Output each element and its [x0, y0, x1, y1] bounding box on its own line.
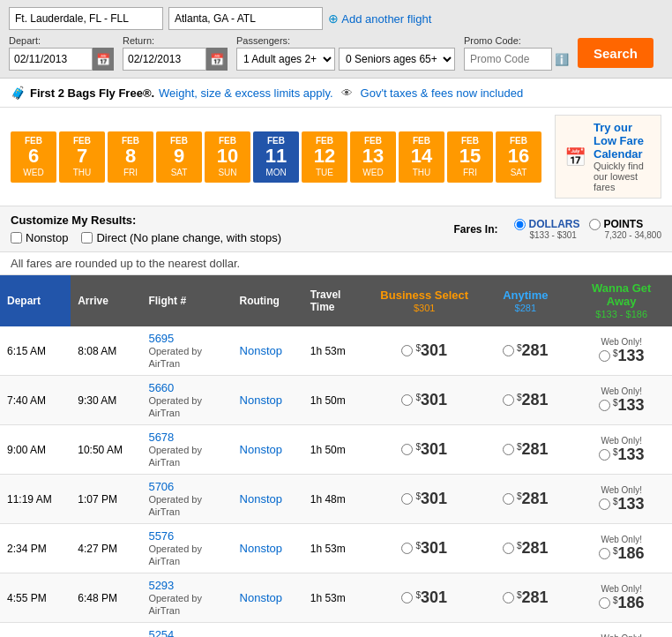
date-cell-10[interactable]: FEB 10 SUN	[205, 131, 250, 183]
passengers-label: Passengers:	[236, 35, 455, 46]
wga-price: $133	[613, 446, 645, 464]
anytime-radio[interactable]	[503, 444, 514, 455]
search-button[interactable]: Search	[578, 38, 653, 68]
bs-radio[interactable]	[401, 543, 413, 554]
date-cell-11[interactable]: FEB 11 MON	[253, 131, 299, 183]
th-travel[interactable]: Travel Time	[303, 275, 369, 326]
promo-field: Promo Code: ℹ️	[464, 35, 569, 71]
bs-radio[interactable]	[401, 444, 413, 455]
anytime-fare-cell: $281	[480, 326, 571, 376]
seniors-select[interactable]: 0 Seniors ages 65+	[339, 48, 455, 71]
direct-option[interactable]: Direct (No plane change, with stops)	[81, 231, 281, 244]
origin-input[interactable]	[9, 7, 163, 30]
date-cell-14[interactable]: FEB 14 THU	[399, 131, 444, 183]
return-calendar-icon[interactable]: 📅	[206, 48, 228, 71]
routing-link[interactable]: Nonstop	[240, 492, 282, 506]
date-cell-12[interactable]: FEB 12 TUE	[302, 131, 347, 183]
th-flight[interactable]: Flight #	[141, 275, 232, 326]
routing-link[interactable]: Nonstop	[240, 443, 282, 456]
date-cell-7[interactable]: FEB 7 THU	[59, 131, 105, 183]
depart-calendar-icon[interactable]: 📅	[93, 48, 114, 71]
table-row: 11:19 AM 1:07 PM 5706 Operated by AirTra…	[0, 475, 672, 524]
anytime-price: $281	[517, 391, 549, 409]
wga-price: $133	[613, 495, 645, 513]
depart-date-input[interactable]	[9, 48, 93, 71]
flight-link[interactable]: 5706	[148, 480, 225, 493]
promo-input[interactable]	[464, 48, 552, 71]
th-wga[interactable]: Wanna Get Away $133 - $186	[571, 275, 672, 326]
web-only-label: Web Only!	[601, 386, 642, 396]
wga-radio[interactable]	[599, 597, 610, 609]
add-flight-link[interactable]: ⊕ Add another flight	[328, 11, 431, 26]
anytime-fare-cell: $281	[480, 376, 571, 425]
flight-info: 5293 Operated by AirTran	[141, 573, 232, 623]
date-cell-15[interactable]: FEB 15 FRI	[447, 131, 493, 183]
flight-link[interactable]: 5660	[148, 381, 225, 394]
routing: Nonstop	[233, 376, 303, 425]
return-label: Return:	[123, 35, 228, 46]
dollars-radio[interactable]	[514, 219, 526, 230]
routing: Nonstop	[233, 326, 303, 376]
th-arrive[interactable]: Arrive	[71, 275, 141, 326]
arrive-time: 6:48 PM	[71, 573, 141, 623]
anytime-radio[interactable]	[503, 543, 514, 554]
routing-link[interactable]: Nonstop	[240, 344, 282, 357]
wga-radio[interactable]	[599, 449, 610, 461]
bs-radio[interactable]	[401, 592, 413, 603]
date-cell-6[interactable]: FEB 6 WED	[11, 131, 56, 183]
tax-link[interactable]: Gov't taxes & fees now included	[361, 86, 524, 100]
routing-link[interactable]: Nonstop	[240, 591, 282, 604]
direct-checkbox[interactable]	[81, 232, 93, 244]
date-cell-8[interactable]: FEB 8 FRI	[108, 131, 153, 183]
wga-fare-cell: Web Only! $133	[571, 623, 672, 638]
destination-input[interactable]	[168, 7, 323, 30]
th-routing[interactable]: Routing	[233, 275, 303, 326]
customize-title: Customize My Results:	[11, 214, 281, 227]
wga-radio[interactable]	[599, 350, 610, 362]
return-date-input[interactable]	[123, 48, 206, 71]
wga-radio[interactable]	[599, 400, 610, 411]
low-fare-box[interactable]: 📅 Try our Low Fare Calendar Quickly find…	[555, 115, 661, 199]
promo-info-icon[interactable]: ℹ️	[555, 53, 569, 66]
nonstop-option[interactable]: Nonstop	[11, 231, 68, 244]
table-row: 2:34 PM 4:27 PM 5576 Operated by AirTran…	[0, 524, 672, 573]
fares-in-label: Fares In:	[453, 223, 497, 236]
depart-field: Depart: 📅	[9, 35, 114, 71]
nonstop-checkbox[interactable]	[11, 232, 22, 244]
flight-link[interactable]: 5695	[148, 332, 225, 345]
routing-link[interactable]: Nonstop	[240, 542, 282, 555]
routing: Nonstop	[233, 573, 303, 623]
bs-fare-cell: $301	[369, 376, 480, 425]
points-radio[interactable]	[589, 219, 601, 230]
adults-select[interactable]: 1 Adult ages 2+	[236, 48, 335, 71]
date-cell-16[interactable]: FEB 16 SAT	[496, 131, 541, 183]
routing-link[interactable]: Nonstop	[240, 393, 282, 407]
table-row: 4:55 PM 6:48 PM 5293 Operated by AirTran…	[0, 573, 672, 623]
wga-radio[interactable]	[599, 548, 610, 559]
th-bs[interactable]: Business Select $301	[369, 275, 480, 326]
weight-link[interactable]: Weight, size & excess limits apply.	[159, 86, 332, 100]
anytime-radio[interactable]	[503, 394, 514, 406]
flight-link[interactable]: 5576	[148, 529, 225, 543]
wga-price: $186	[613, 544, 645, 563]
routing: Nonstop	[233, 524, 303, 573]
date-cell-9[interactable]: FEB 9 SAT	[156, 131, 202, 183]
anytime-price: $281	[517, 588, 549, 607]
anytime-radio[interactable]	[503, 493, 514, 505]
date-cell-13[interactable]: FEB 13 WED	[350, 131, 396, 183]
wga-fare-cell: Web Only! $133	[571, 326, 672, 376]
flight-link[interactable]: 5678	[148, 431, 225, 444]
flight-link[interactable]: 5254	[148, 628, 225, 637]
bs-radio[interactable]	[401, 493, 413, 505]
flight-link[interactable]: 5293	[148, 579, 225, 592]
flight-info: 5695 Operated by AirTran	[141, 326, 232, 376]
wga-radio[interactable]	[599, 498, 610, 510]
th-anytime[interactable]: Anytime $281	[480, 275, 571, 326]
points-range: 7,320 - 34,800	[605, 230, 662, 240]
flight-info: 5706 Operated by AirTran	[141, 475, 232, 524]
anytime-radio[interactable]	[503, 345, 514, 356]
bs-radio[interactable]	[401, 394, 413, 406]
anytime-radio[interactable]	[503, 592, 514, 603]
bs-radio[interactable]	[401, 345, 413, 356]
th-depart[interactable]: Depart	[0, 275, 71, 326]
